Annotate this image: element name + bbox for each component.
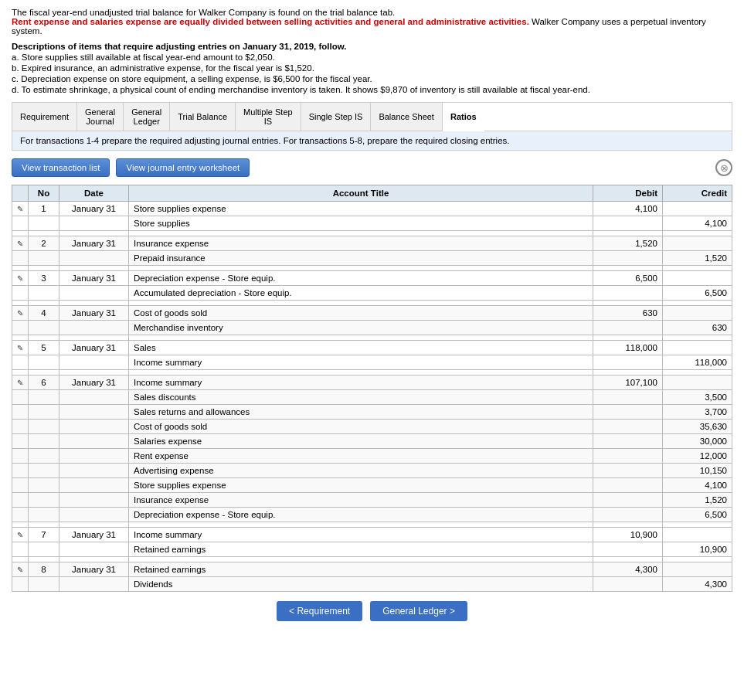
- row-credit[interactable]: [663, 528, 732, 542]
- desc-a: a. Store supplies still available at fis…: [12, 53, 732, 62]
- row-debit[interactable]: 107,100: [593, 375, 663, 390]
- row-account[interactable]: Salaries expense: [129, 434, 593, 449]
- row-credit[interactable]: 10,900: [663, 542, 732, 557]
- edit-icon[interactable]: ✎: [17, 205, 23, 213]
- tab-balance-sheet[interactable]: Balance Sheet: [371, 103, 443, 131]
- row-credit[interactable]: 3,700: [663, 405, 732, 420]
- edit-icon[interactable]: ✎: [17, 274, 23, 283]
- row-debit[interactable]: [593, 390, 663, 405]
- row-account[interactable]: Depreciation expense - Store equip.: [129, 508, 593, 522]
- row-debit[interactable]: [593, 251, 663, 266]
- tab-multiple-step[interactable]: Multiple StepIS: [236, 103, 301, 131]
- row-credit[interactable]: [663, 562, 732, 577]
- row-debit[interactable]: [593, 434, 663, 449]
- row-credit[interactable]: 10,150: [663, 464, 732, 478]
- row-debit[interactable]: 10,900: [593, 528, 663, 542]
- edit-icon[interactable]: ✎: [17, 566, 23, 574]
- row-debit[interactable]: 118,000: [593, 341, 663, 355]
- row-account[interactable]: Sales: [129, 341, 593, 355]
- row-debit[interactable]: 4,100: [593, 202, 663, 216]
- row-credit[interactable]: 118,000: [663, 355, 732, 370]
- row-account[interactable]: Cost of goods sold: [129, 420, 593, 434]
- row-credit[interactable]: 630: [663, 321, 732, 335]
- row-date: [59, 434, 129, 449]
- row-credit[interactable]: 6,500: [663, 286, 732, 301]
- edit-icon[interactable]: ✎: [17, 379, 23, 387]
- tab-general-journal[interactable]: GeneralJournal: [77, 103, 124, 131]
- row-credit[interactable]: [663, 341, 732, 355]
- row-account[interactable]: Dividends: [129, 577, 593, 592]
- row-debit[interactable]: [593, 493, 663, 508]
- row-credit[interactable]: 4,100: [663, 478, 732, 493]
- row-credit[interactable]: 30,000: [663, 434, 732, 449]
- row-credit[interactable]: [663, 306, 732, 321]
- row-account[interactable]: Store supplies expense: [129, 202, 593, 216]
- row-credit[interactable]: [663, 271, 732, 286]
- row-account[interactable]: Accumulated depreciation - Store equip.: [129, 286, 593, 301]
- view-transaction-btn[interactable]: View transaction list: [12, 158, 110, 177]
- edit-icon[interactable]: ✎: [17, 344, 23, 352]
- tab-ratios[interactable]: Ratios: [443, 103, 484, 131]
- row-account[interactable]: Income summary: [129, 355, 593, 370]
- prev-btn[interactable]: < Requirement: [277, 601, 362, 621]
- row-credit[interactable]: [663, 375, 732, 390]
- row-credit[interactable]: [663, 236, 732, 251]
- row-debit[interactable]: 630: [593, 306, 663, 321]
- row-account[interactable]: Advertising expense: [129, 464, 593, 478]
- row-account[interactable]: Store supplies expense: [129, 478, 593, 493]
- row-account[interactable]: Prepaid insurance: [129, 251, 593, 266]
- row-account[interactable]: Store supplies: [129, 216, 593, 231]
- edit-icon[interactable]: ✎: [17, 309, 23, 318]
- next-btn[interactable]: General Ledger >: [370, 601, 467, 621]
- row-credit[interactable]: 12,000: [663, 449, 732, 464]
- row-account[interactable]: Retained earnings: [129, 542, 593, 557]
- row-debit[interactable]: [593, 542, 663, 557]
- edit-cell: ✎: [12, 528, 29, 542]
- row-debit[interactable]: [593, 321, 663, 335]
- edit-icon[interactable]: ✎: [17, 240, 23, 248]
- edit-cell: [12, 508, 29, 522]
- row-debit[interactable]: 6,500: [593, 271, 663, 286]
- row-account[interactable]: Depreciation expense - Store equip.: [129, 271, 593, 286]
- row-account[interactable]: Retained earnings: [129, 562, 593, 577]
- tab-general-ledger[interactable]: GeneralLedger: [124, 103, 170, 131]
- row-credit[interactable]: 4,300: [663, 577, 732, 592]
- row-debit[interactable]: [593, 508, 663, 522]
- tab-trial-balance[interactable]: Trial Balance: [170, 103, 236, 131]
- tab-requirement[interactable]: Requirement: [12, 103, 77, 131]
- row-debit[interactable]: [593, 577, 663, 592]
- row-debit[interactable]: [593, 286, 663, 301]
- view-journal-btn[interactable]: View journal entry worksheet: [116, 158, 250, 177]
- row-debit[interactable]: [593, 216, 663, 231]
- row-account[interactable]: Income summary: [129, 528, 593, 542]
- row-debit[interactable]: [593, 355, 663, 370]
- row-account[interactable]: Insurance expense: [129, 236, 593, 251]
- row-credit[interactable]: [663, 202, 732, 216]
- row-debit[interactable]: [593, 478, 663, 493]
- row-debit[interactable]: [593, 420, 663, 434]
- row-credit[interactable]: 4,100: [663, 216, 732, 231]
- row-account[interactable]: Insurance expense: [129, 493, 593, 508]
- close-icon[interactable]: ⊗: [715, 159, 732, 176]
- row-date: [59, 577, 129, 592]
- row-account[interactable]: Sales discounts: [129, 390, 593, 405]
- row-credit[interactable]: 1,520: [663, 251, 732, 266]
- tab-single-step[interactable]: Single Step IS: [301, 103, 372, 131]
- row-date: [59, 390, 129, 405]
- row-credit[interactable]: 6,500: [663, 508, 732, 522]
- edit-icon[interactable]: ✎: [17, 531, 23, 539]
- row-debit[interactable]: 1,520: [593, 236, 663, 251]
- row-debit[interactable]: 4,300: [593, 562, 663, 577]
- row-debit[interactable]: [593, 464, 663, 478]
- row-credit[interactable]: 3,500: [663, 390, 732, 405]
- row-account[interactable]: Rent expense: [129, 449, 593, 464]
- row-credit[interactable]: 1,520: [663, 493, 732, 508]
- row-debit[interactable]: [593, 405, 663, 420]
- row-account[interactable]: Income summary: [129, 375, 593, 390]
- row-account[interactable]: Cost of goods sold: [129, 306, 593, 321]
- row-account[interactable]: Sales returns and allowances: [129, 405, 593, 420]
- row-account[interactable]: Merchandise inventory: [129, 321, 593, 335]
- row-date: [59, 251, 129, 266]
- row-debit[interactable]: [593, 449, 663, 464]
- row-credit[interactable]: 35,630: [663, 420, 732, 434]
